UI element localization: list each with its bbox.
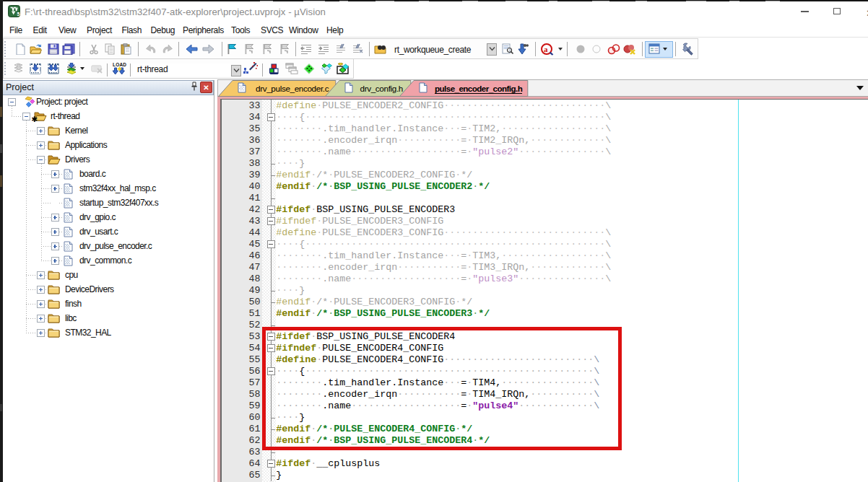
svg-text:5: 5 xyxy=(17,12,20,17)
svg-text:a: a xyxy=(544,45,548,53)
svg-text:LOAD: LOAD xyxy=(113,62,126,67)
